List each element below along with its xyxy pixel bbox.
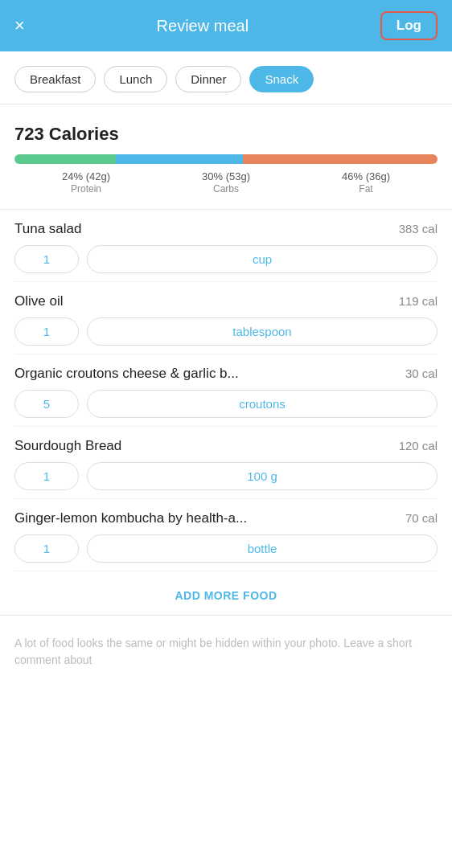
fat-name: Fat (296, 183, 436, 194)
food-cal: 70 cal (405, 511, 438, 525)
food-cal: 30 cal (405, 366, 438, 380)
food-unit-input[interactable]: tablespoon (87, 317, 438, 346)
tab-lunch[interactable]: Lunch (104, 66, 167, 92)
food-name: Tuna salad (14, 221, 391, 237)
tab-breakfast[interactable]: Breakfast (14, 66, 96, 92)
add-more-food-button[interactable]: ADD MORE FOOD (0, 571, 452, 615)
log-button[interactable]: Log (380, 11, 438, 40)
food-item-header: Organic croutons cheese & garlic b... 30… (14, 366, 438, 382)
macro-bar-fat (243, 154, 438, 164)
food-item-organic-croutons: Organic croutons cheese & garlic b... 30… (14, 354, 438, 427)
macro-protein: 24% (42g) Protein (16, 170, 156, 194)
page-title: Review meal (157, 17, 249, 35)
food-controls: 1 bottle (14, 534, 438, 563)
food-name: Organic croutons cheese & garlic b... (14, 366, 397, 382)
food-item-header: Olive oil 119 cal (14, 293, 438, 309)
food-item-ginger-kombucha: Ginger-lemon kombucha by health-a... 70 … (14, 499, 438, 571)
food-controls: 1 cup (14, 245, 438, 273)
footer-divider (0, 615, 452, 616)
macro-labels: 24% (42g) Protein 30% (53g) Carbs 46% (3… (14, 170, 438, 194)
macro-bar (14, 154, 438, 164)
close-button[interactable]: × (14, 15, 25, 36)
food-qty-input[interactable]: 1 (14, 245, 79, 273)
calories-section: 723 Calories 24% (42g) Protein 30% (53g)… (0, 116, 452, 194)
food-name: Sourdough Bread (14, 438, 391, 454)
food-controls: 5 croutons (14, 390, 438, 418)
macro-bar-carbs (116, 154, 243, 164)
tab-snack[interactable]: Snack (249, 66, 314, 92)
fat-pct: 46% (36g) (296, 170, 436, 182)
food-item-header: Tuna salad 383 cal (14, 221, 438, 237)
food-item-tuna-salad: Tuna salad 383 cal 1 cup (14, 210, 438, 282)
meal-tabs: Breakfast Lunch Dinner Snack (0, 51, 452, 104)
food-name: Olive oil (14, 293, 391, 309)
food-unit-input[interactable]: 100 g (87, 462, 438, 490)
carbs-name: Carbs (156, 183, 296, 194)
header: × Review meal Log (0, 0, 452, 51)
food-item-sourdough-bread: Sourdough Bread 120 cal 1 100 g (14, 427, 438, 499)
tab-dinner[interactable]: Dinner (175, 66, 241, 92)
protein-name: Protein (16, 183, 156, 194)
food-unit-input[interactable]: croutons (87, 390, 438, 418)
carbs-pct: 30% (53g) (156, 170, 296, 182)
food-item-olive-oil: Olive oil 119 cal 1 tablespoon (14, 282, 438, 354)
food-unit-input[interactable]: cup (87, 245, 438, 273)
footer-note: A lot of food looks the same or might be… (0, 627, 452, 683)
food-cal: 383 cal (399, 222, 438, 235)
food-controls: 1 tablespoon (14, 317, 438, 346)
macro-carbs: 30% (53g) Carbs (156, 170, 296, 194)
food-qty-input[interactable]: 5 (14, 390, 79, 418)
macro-fat: 46% (36g) Fat (296, 170, 436, 194)
food-name: Ginger-lemon kombucha by health-a... (14, 510, 397, 526)
food-item-header: Ginger-lemon kombucha by health-a... 70 … (14, 510, 438, 526)
calories-title: 723 Calories (14, 124, 438, 145)
food-qty-input[interactable]: 1 (14, 317, 79, 346)
tab-divider (0, 104, 452, 104)
food-cal: 119 cal (399, 294, 438, 308)
food-list: Tuna salad 383 cal 1 cup Olive oil 119 c… (0, 210, 452, 571)
food-controls: 1 100 g (14, 462, 438, 490)
food-qty-input[interactable]: 1 (14, 534, 79, 563)
food-qty-input[interactable]: 1 (14, 462, 79, 490)
food-item-header: Sourdough Bread 120 cal (14, 438, 438, 454)
protein-pct: 24% (42g) (16, 170, 156, 182)
macro-bar-protein (14, 154, 116, 164)
food-cal: 120 cal (399, 439, 438, 452)
food-unit-input[interactable]: bottle (87, 534, 438, 563)
